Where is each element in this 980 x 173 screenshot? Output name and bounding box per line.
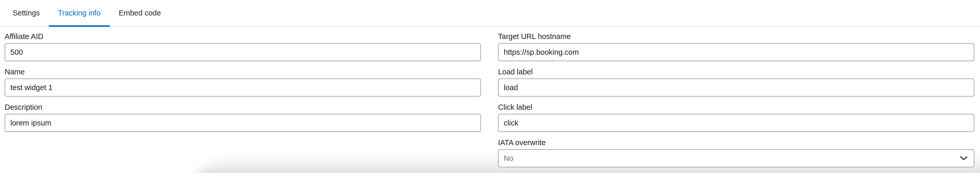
tab-tracking-info[interactable]: Tracking info — [49, 0, 110, 26]
tab-settings[interactable]: Settings — [4, 0, 49, 26]
affiliate-aid-label: Affiliate AID — [5, 33, 481, 40]
form-column-left: Affiliate AID Name Description — [5, 33, 481, 173]
name-label: Name — [5, 68, 481, 75]
load-label-field-group: Load label — [498, 68, 974, 97]
target-url-hostname-input[interactable] — [498, 43, 974, 61]
name-field-group: Name — [5, 68, 481, 97]
tab-settings-label: Settings — [13, 9, 40, 17]
tab-tracking-info-label: Tracking info — [58, 9, 101, 17]
tracking-info-page: Settings Tracking info Embed code Affili… — [0, 0, 980, 173]
target-url-hostname-field-group: Target URL hostname — [498, 33, 974, 61]
tab-embed-code[interactable]: Embed code — [110, 0, 170, 26]
target-url-hostname-label: Target URL hostname — [498, 33, 974, 40]
name-input[interactable] — [5, 79, 481, 97]
click-label-input[interactable] — [498, 114, 974, 132]
affiliate-aid-field-group: Affiliate AID — [5, 33, 481, 61]
form-column-right: Target URL hostname Load label Click lab… — [498, 33, 974, 173]
description-input[interactable] — [5, 114, 481, 132]
load-label-input[interactable] — [498, 79, 974, 97]
iata-overwrite-label: IATA overwrite — [498, 138, 974, 146]
description-field-group: Description — [5, 103, 481, 132]
click-label-label: Click label — [498, 103, 974, 111]
tracking-info-form: Affiliate AID Name Description Target UR… — [0, 27, 980, 173]
chevron-down-icon — [960, 156, 967, 160]
tab-bar: Settings Tracking info Embed code — [0, 0, 980, 27]
iata-overwrite-selected-value: No — [504, 154, 513, 163]
iata-overwrite-select[interactable]: No — [498, 149, 974, 167]
description-label: Description — [5, 103, 481, 111]
tab-embed-code-label: Embed code — [119, 9, 161, 17]
affiliate-aid-input[interactable] — [5, 43, 481, 61]
iata-overwrite-field-group: IATA overwrite No — [498, 138, 974, 167]
click-label-field-group: Click label — [498, 103, 974, 132]
load-label-label: Load label — [498, 68, 974, 75]
